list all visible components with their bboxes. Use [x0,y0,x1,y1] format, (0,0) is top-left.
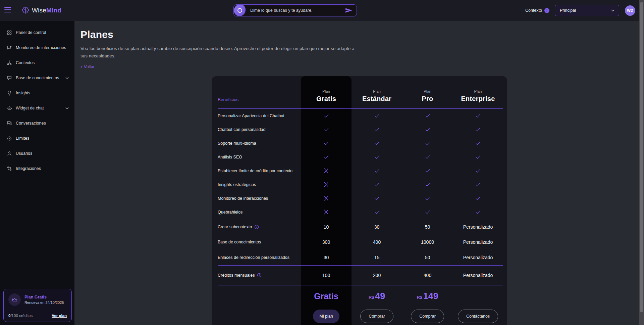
table-row: Establecer límite de crédito por context… [218,164,503,178]
check-icon [301,154,352,160]
feature-label: Monitoreo de interacciones [218,196,301,201]
info-icon[interactable] [254,225,259,229]
sidebar-item-label: Contextos [16,60,69,65]
search-input[interactable] [246,8,344,13]
plan-label: Plan [352,89,402,93]
price-amount: 149 [423,291,438,301]
avatar[interactable]: WD [625,5,635,16]
limit-value: 30 [301,255,352,260]
sidebar-item-monitoreo-de-interacciones[interactable]: Monitoreo de interacciones [0,40,74,55]
ver-plan-link[interactable]: Ver plan [52,314,67,318]
feature-label: Soporte multi-idioma [218,141,301,146]
limit-label: Crear subcontexto [218,225,301,229]
sidebar-item-label: Base de conocimientos [16,76,65,80]
sidebar-item-insights[interactable]: Insights [0,85,74,100]
sidebar-item-label: Conversaciones [16,121,69,126]
integrations-icon [6,166,12,171]
sidebar-item-label: Widget de chat [16,106,65,110]
check-icon [402,195,453,201]
chevron-down-icon [65,106,69,110]
sidebar-item-usuarios[interactable]: Usuarios [0,146,74,161]
check-icon [402,113,453,119]
check-icon [301,140,352,146]
price-amount: 49 [375,291,385,301]
price-estandar: R$49 [352,291,402,301]
check-icon [352,209,402,215]
feature-label: Establecer límite de crédito por context… [218,169,301,173]
app-logo: WiseMind [21,0,61,21]
sidebar-item-widget-de-chat[interactable]: Widget de chat [0,100,74,115]
check-icon [402,127,453,133]
check-icon [352,195,402,201]
limit-value: Personalizado [453,239,503,245]
limit-label: Enlaces de redirección personalizados [218,255,301,260]
limit-label: Créditos mensuales [218,273,301,278]
sidebar-item-integraciones[interactable]: Integraciones [0,161,74,176]
comprar-button[interactable]: Comprar [360,310,393,323]
feature-label: Quebrahielos [218,210,301,215]
sidebar-item-label: Integraciones [16,166,69,171]
credits-counter: 0/100 créditos [8,314,33,318]
check-icon [352,140,402,146]
check-icon [402,182,453,188]
sidebar-item-limites[interactable]: Límites [0,131,74,146]
limit-value: 10 [301,224,352,230]
sidebar: Panel de controlMonitoreo de interaccion… [0,21,74,325]
comprar-button[interactable]: Comprar [411,310,444,323]
sidebar-item-base-de-conocimientos[interactable]: Base de conocimientos [0,70,74,85]
sidebar-item-label: Límites [16,136,69,141]
send-icon[interactable] [344,7,357,13]
currency-label: R$ [369,295,374,300]
table-row: Personalizar Apariencia del Chatbot [218,109,503,123]
check-icon [453,154,503,160]
check-icon [301,113,352,119]
gauge-icon [6,135,12,141]
knowledge-base-icon [6,75,12,81]
price-value: R$149 [417,291,438,301]
price-gratis: Gratis [301,291,352,301]
check-icon [402,168,453,174]
vertical-scrollbar[interactable] [639,0,644,325]
sidebar-item-conversaciones[interactable]: Conversaciones [0,115,74,131]
check-icon [453,209,503,215]
plan-column-header-pro: PlanPro [402,89,453,103]
plan-name-pro: Pro [402,95,453,103]
benefits-header: Beneficios [218,97,301,103]
table-row: Chatbot con personalidad [218,123,503,136]
info-icon[interactable] [257,273,262,278]
contactanos-button[interactable]: Contáctanos [458,310,498,323]
scrollbar-thumb[interactable] [640,2,643,312]
context-selector-value: Principal [560,8,576,13]
voltar-back-link[interactable]: ‹ Voltar [80,64,95,69]
info-icon[interactable]: i [544,8,549,13]
conversations-icon [6,120,12,126]
price-pro: R$149 [402,291,453,301]
plan-name-gratis: Gratis [301,95,352,103]
mi-plan-button[interactable]: Mi plan [313,310,339,323]
price-row: GratisR$49R$149 [218,285,503,308]
sidebar-nav: Panel de controlMonitoreo de interaccion… [0,21,74,176]
page-title: Planes [80,29,113,40]
sidebar-item-contextos[interactable]: Contextos [0,55,74,70]
assistant-search-bar[interactable] [233,4,357,16]
main-content: Planes Vea los beneficios de su plan act… [74,21,644,325]
plan-name: Plan Gratis [24,295,64,299]
sidebar-item-label: Panel de control [16,30,69,35]
context-selector[interactable]: Principal [555,5,619,16]
top-header: WiseMind Contexto i Principal WD [0,0,644,21]
feature-label: Análisis SEO [218,155,301,159]
check-icon [352,127,402,133]
limit-value: 400 [402,273,453,278]
limit-value: 400 [352,239,402,245]
sidebar-item-panel-de-control[interactable]: Panel de control [0,25,74,40]
menu-icon[interactable] [4,7,11,12]
price-value: Gratis [314,291,338,301]
page-description: Vea los beneficios de su plan actual y c… [80,45,359,59]
table-row: Insights estratégicos [218,178,503,191]
table-row: Monitoreo de interacciones [218,191,503,205]
limit-value: 15 [352,255,402,260]
sidebar-item-label: Usuarios [16,151,69,156]
plan-label: Plan [453,89,503,93]
chevron-left-icon: ‹ [80,64,82,69]
chevron-down-icon [65,76,69,80]
